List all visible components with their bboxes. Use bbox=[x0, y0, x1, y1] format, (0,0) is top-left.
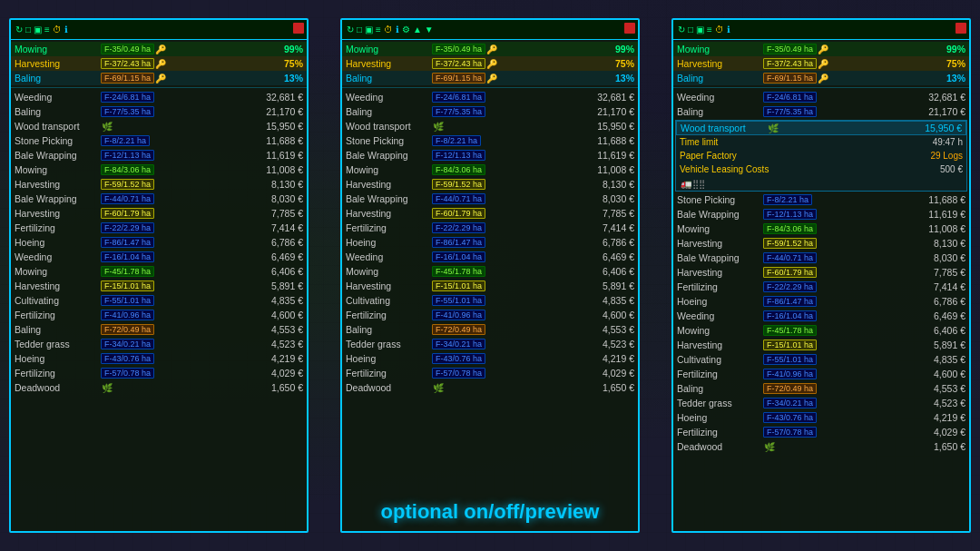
key-icon: 🔑 bbox=[818, 59, 828, 69]
grid-icon[interactable]: ▣ bbox=[696, 25, 704, 34]
list-item: Baling F-77/5.35 ha 21,170 € bbox=[342, 104, 638, 119]
field-badge: F-55/1.01 ha bbox=[432, 295, 485, 306]
row-value: 99% bbox=[615, 44, 634, 54]
field-badge: F-37/2.43 ha bbox=[101, 58, 154, 69]
refresh-icon[interactable]: ↻ bbox=[15, 25, 23, 34]
row-value: 4,029 € bbox=[603, 368, 634, 379]
row-label: Baling bbox=[15, 73, 101, 84]
row-label: Harvesting bbox=[15, 280, 101, 291]
refresh-icon[interactable]: ↻ bbox=[347, 25, 354, 34]
items-after-wood: Stone Picking F-8/2.21 ha 11,688 € Bale … bbox=[673, 192, 969, 454]
list-item: Hoeing F-43/0.76 ha 4,219 € bbox=[342, 351, 638, 366]
row-label: Harvesting bbox=[15, 58, 101, 69]
grid-icon[interactable]: ▣ bbox=[365, 25, 373, 34]
info-icon[interactable]: ℹ bbox=[396, 25, 399, 34]
row-label: Mowing bbox=[346, 44, 432, 54]
grid-icon[interactable]: ▣ bbox=[34, 25, 42, 34]
field-badge: F-84/3.06 ha bbox=[432, 164, 485, 175]
tree-icon: 🌿 bbox=[768, 123, 779, 133]
list-item: Tedder grass F-34/0.21 ha 4,523 € bbox=[342, 337, 638, 351]
time-limit-value: 49:47 h bbox=[933, 137, 963, 147]
close-button[interactable] bbox=[956, 23, 966, 34]
field-badge: F-86/1.47 ha bbox=[101, 237, 154, 248]
list-item: Harvesting F-37/2.43 ha 🔑 75% bbox=[673, 56, 969, 71]
refresh-icon[interactable]: ↻ bbox=[678, 25, 685, 34]
field-badge: F-35/0.49 ha bbox=[432, 44, 485, 54]
field-badge: F-86/1.47 ha bbox=[432, 237, 485, 248]
row-label: Bale Wrapping bbox=[15, 193, 101, 204]
row-value: 5,891 € bbox=[603, 280, 634, 291]
row-value: 15,950 € bbox=[597, 121, 634, 132]
field-badge: F-43/0.76 ha bbox=[432, 353, 485, 364]
field-badge: F-34/0.21 ha bbox=[763, 398, 817, 408]
leasing-label: Vehicle Leasing Costs bbox=[680, 164, 779, 174]
down-icon[interactable]: ▼ bbox=[425, 25, 434, 34]
wood-transport-row: Wood transport 🌿 15,950 € bbox=[676, 121, 966, 135]
deadwood-icon: 🌿 bbox=[102, 383, 113, 393]
list-item: Stone Picking F-8/2.21 ha 11,688 € bbox=[342, 133, 638, 148]
row-label: Baling bbox=[346, 73, 432, 84]
row-label: Bale Wrapping bbox=[346, 193, 432, 204]
close-button[interactable] bbox=[624, 23, 635, 34]
timer-icon[interactable]: ⏱ bbox=[53, 25, 62, 34]
window-icon[interactable]: □ bbox=[357, 25, 362, 34]
window-icon[interactable]: □ bbox=[688, 25, 693, 34]
row-value: 6,406 € bbox=[603, 266, 634, 277]
menu-icon[interactable]: ≡ bbox=[44, 25, 50, 34]
list-item: Bale Wrapping F-44/0.71 ha 8,030 € bbox=[673, 251, 969, 265]
gear-icon[interactable]: ⚙ bbox=[402, 25, 410, 34]
row-label: Weeding bbox=[15, 92, 101, 103]
row-value: 1,650 € bbox=[603, 382, 634, 393]
top-rows-left: Mowing F-35/0.49 ha 🔑 99% Harvesting F-3… bbox=[11, 42, 307, 88]
row-label: Mowing bbox=[15, 44, 101, 54]
row-label: Mowing bbox=[346, 266, 432, 277]
row-value: 11,688 € bbox=[597, 135, 634, 146]
menu-icon[interactable]: ≡ bbox=[376, 25, 381, 34]
row-value: 6,406 € bbox=[934, 325, 965, 336]
key-icon: 🔑 bbox=[486, 59, 497, 69]
close-button[interactable] bbox=[293, 23, 304, 34]
field-badge: F-59/1.52 ha bbox=[432, 179, 485, 190]
field-badge: F-60/1.79 ha bbox=[101, 208, 154, 219]
row-value: 75% bbox=[615, 58, 634, 69]
row-value: 6,786 € bbox=[934, 296, 965, 307]
field-badge: F-69/1.15 ha bbox=[763, 73, 817, 84]
field-badge: F-55/1.01 ha bbox=[101, 295, 154, 306]
info-icon[interactable]: ℹ bbox=[64, 25, 68, 34]
row-label: Harvesting bbox=[677, 58, 763, 69]
field-badge: F-34/0.21 ha bbox=[101, 339, 154, 349]
row-value: 6,469 € bbox=[271, 251, 303, 262]
row-label: Bale Wrapping bbox=[346, 150, 432, 161]
key-icon: 🔑 bbox=[155, 59, 166, 69]
list-item: Harvesting F-15/1.01 ha 5,891 € bbox=[11, 279, 307, 293]
list-item: Harvesting F-59/1.52 ha 8,130 € bbox=[342, 177, 638, 192]
field-badge: F-24/6.81 ha bbox=[763, 92, 817, 103]
list-item: Harvesting F-60/1.79 ha 7,785 € bbox=[673, 265, 969, 280]
row-value: 5,891 € bbox=[934, 339, 965, 350]
list-item: Weeding F-24/6.81 ha 32,681 € bbox=[673, 90, 969, 104]
list-item: Bale Wrapping F-44/0.71 ha 8,030 € bbox=[11, 192, 307, 206]
row-label: Harvesting bbox=[677, 238, 763, 249]
field-badge: F-41/0.96 ha bbox=[763, 369, 817, 379]
wood-vehicle-row: 🚛 ⣿⣿ bbox=[676, 176, 966, 191]
key-icon: 🔑 bbox=[486, 44, 497, 54]
row-label: Weeding bbox=[346, 92, 432, 103]
timer-icon[interactable]: ⏱ bbox=[715, 25, 724, 34]
row-label: Hoeing bbox=[15, 237, 101, 248]
field-badge: F-22/2.29 ha bbox=[432, 222, 485, 233]
timer-icon[interactable]: ⏱ bbox=[384, 25, 393, 34]
list-item: Deadwood 🌿 1,650 € bbox=[342, 380, 638, 395]
list-item: Hoeing F-86/1.47 ha 6,786 € bbox=[11, 235, 307, 250]
field-badge: F-35/0.49 ha bbox=[763, 44, 817, 54]
up-icon[interactable]: ▲ bbox=[413, 25, 422, 34]
menu-icon[interactable]: ≡ bbox=[707, 25, 712, 34]
panel-middle: ↻ □ ▣ ≡ ⏱ ℹ ⚙ ▲ ▼ Mowing F-35/0.49 ha 🔑 … bbox=[340, 18, 640, 533]
field-badge: F-69/1.15 ha bbox=[432, 73, 485, 84]
window-icon[interactable]: □ bbox=[25, 25, 31, 34]
list-item: Weeding F-16/1.04 ha 6,469 € bbox=[673, 309, 969, 323]
row-label: Bale Wrapping bbox=[677, 252, 763, 263]
row-label: Stone Picking bbox=[15, 135, 101, 146]
info-icon[interactable]: ℹ bbox=[727, 25, 730, 34]
vehicle-info: ⣿⣿ bbox=[692, 179, 705, 189]
row-label: Mowing bbox=[677, 223, 763, 234]
